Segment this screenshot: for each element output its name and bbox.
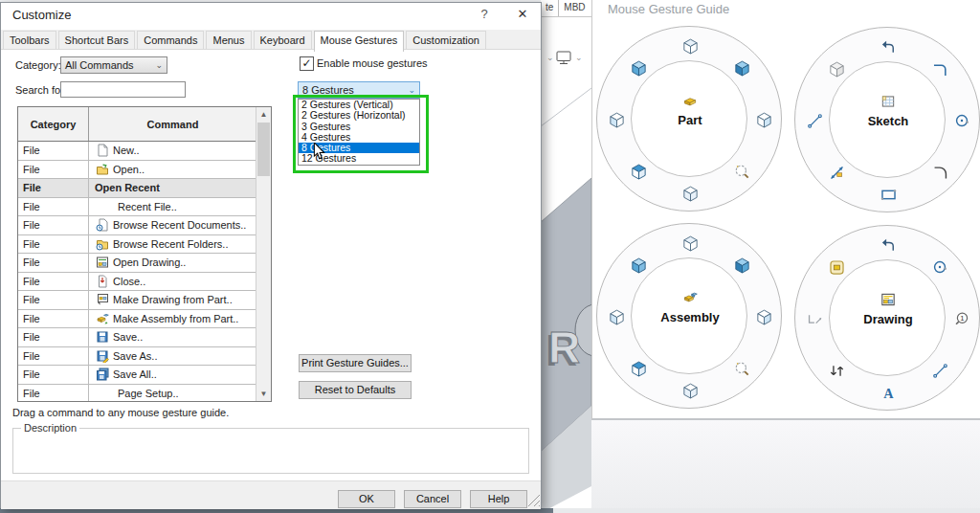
- cancel-button[interactable]: Cancel: [404, 490, 461, 508]
- part-icon: [597, 92, 783, 111]
- search-input[interactable]: [60, 81, 186, 98]
- gesture-icon-part-left[interactable]: [607, 110, 626, 129]
- gesture-icon-drawing-bottom-right[interactable]: [930, 361, 949, 380]
- table-row[interactable]: FileRecent File..: [18, 198, 271, 217]
- commandmanager-tabs[interactable]: te MBD: [541, 0, 591, 17]
- gesture-icon-drawing-top-left[interactable]: [827, 257, 846, 277]
- table-row[interactable]: FileMake Assembly from Part..: [18, 310, 271, 329]
- table-row[interactable]: FileMake Drawing from Part..: [18, 291, 271, 310]
- tab-toolbars[interactable]: Toolbars: [3, 31, 56, 49]
- row-category: File: [18, 198, 89, 216]
- tab-keyboard[interactable]: Keyboard: [254, 31, 312, 49]
- tab-commands[interactable]: Commands: [137, 31, 204, 49]
- row-category: File: [18, 161, 89, 179]
- table-row[interactable]: FileClose..: [18, 273, 271, 292]
- table-row[interactable]: FileSave All..: [18, 366, 271, 385]
- gesture-icon-drawing-top[interactable]: [879, 235, 898, 255]
- row-command-label: Open Drawing..: [113, 256, 186, 268]
- gesture-icon-drawing-bottom-left[interactable]: [827, 361, 846, 380]
- gesture-icon-sketch-bottom[interactable]: [879, 185, 898, 204]
- drag-hint-text: Drag a command to any mouse gesture guid…: [12, 407, 229, 418]
- gesture-icon-drawing-left[interactable]: [805, 309, 824, 328]
- tab-mbd[interactable]: MBD: [558, 0, 590, 16]
- close-icon[interactable]: ✕: [513, 7, 532, 24]
- help-icon[interactable]: ?: [476, 7, 493, 24]
- row-command-label: Save All..: [113, 368, 157, 380]
- gesture-icon-assembly-right[interactable]: [754, 307, 773, 326]
- row-command: Open..: [89, 161, 256, 179]
- gesture-icon-assembly-top-right[interactable]: [732, 256, 751, 275]
- command-table: Category Command FileNew..FileOpen..File…: [17, 106, 272, 402]
- gesture-option[interactable]: 12 Gestures: [299, 153, 419, 164]
- table-row[interactable]: FileBrowse Recent Folders..: [18, 235, 271, 255]
- gesture-icon-sketch-right[interactable]: [952, 111, 971, 130]
- gesture-icon-part-top[interactable]: [680, 36, 700, 56]
- table-row[interactable]: FileSave..: [18, 328, 271, 347]
- tab-menus[interactable]: Menus: [206, 31, 251, 49]
- table-row[interactable]: FileSave As..: [18, 347, 271, 367]
- display-style-icon[interactable]: ⌄ ⌄: [546, 50, 584, 71]
- dialog-titlebar[interactable]: Customize ? ✕: [1, 3, 541, 28]
- gesture-icon-part-bottom[interactable]: [680, 184, 700, 203]
- gesture-icon-sketch-top-right[interactable]: [930, 59, 949, 78]
- row-category: File: [18, 254, 89, 272]
- table-row[interactable]: FileOpen Drawing..: [18, 254, 271, 273]
- gesture-option[interactable]: 2 Gestures (Horizontal): [299, 110, 419, 121]
- gesture-icon-drawing-right[interactable]: 1: [952, 309, 971, 328]
- gesture-icon-sketch-top[interactable]: [879, 37, 898, 56]
- column-header-command[interactable]: Command: [89, 107, 256, 141]
- mouse-gesture-guide-panel: Mouse Gesture Guide PartSketchAssemblyDr…: [591, 0, 980, 420]
- row-command-label: Browse Recent Documents..: [113, 219, 246, 231]
- gesture-icon-assembly-top-left[interactable]: [629, 256, 648, 275]
- svg-text:A: A: [883, 385, 894, 400]
- description-box: Description: [12, 428, 529, 474]
- tab-customization[interactable]: Customization: [406, 31, 486, 49]
- gesture-icon-part-top-left[interactable]: [629, 58, 648, 78]
- chevron-down-icon: ⌄: [408, 85, 415, 95]
- tab-shortcut-bars[interactable]: Shortcut Bars: [58, 31, 136, 49]
- tab-partial[interactable]: te: [541, 0, 558, 16]
- gesture-icon-drawing-top-right[interactable]: [930, 257, 949, 277]
- scroll-down-icon[interactable]: ▼: [256, 387, 271, 401]
- reset-to-defaults-button[interactable]: Reset to Defaults: [299, 381, 412, 399]
- gesture-icon-sketch-bottom-left[interactable]: [827, 163, 846, 182]
- gesture-icon-part-top-right[interactable]: [732, 58, 751, 78]
- gesture-icon-assembly-bottom-left[interactable]: [629, 359, 648, 378]
- column-header-category[interactable]: Category: [18, 107, 89, 141]
- gesture-icon-drawing-bottom[interactable]: A: [879, 383, 898, 402]
- gesture-icon-part-bottom-left[interactable]: [629, 162, 648, 181]
- gesture-icon-assembly-bottom[interactable]: [680, 381, 700, 400]
- row-category: File: [18, 347, 89, 366]
- row-command: Open Recent: [89, 179, 256, 197]
- table-row[interactable]: FileOpen..: [18, 161, 271, 180]
- category-value: All Commands: [65, 59, 134, 71]
- gesture-icon-assembly-left[interactable]: [607, 307, 626, 326]
- gesture-icon-sketch-top-left[interactable]: [827, 59, 846, 78]
- table-row[interactable]: FileNew..: [18, 142, 271, 161]
- table-row[interactable]: FileBrowse Recent Documents..: [18, 216, 271, 235]
- enable-mouse-gestures-checkbox[interactable]: ✓: [300, 56, 314, 71]
- row-command-label: Close..: [113, 276, 145, 287]
- table-row[interactable]: FileOpen Recent: [18, 179, 271, 198]
- table-scrollbar[interactable]: ▲ ▼: [256, 107, 271, 401]
- enable-mouse-gestures-label[interactable]: Enable mouse gestures: [317, 57, 428, 69]
- gesture-icon-part-bottom-right[interactable]: [732, 162, 751, 181]
- gesture-icon-assembly-bottom-right[interactable]: [732, 359, 751, 378]
- category-dropdown[interactable]: All Commands ⌄: [60, 56, 167, 74]
- gesture-icon-part-right[interactable]: [754, 110, 773, 129]
- print-gesture-guides-button[interactable]: Print Gesture Guides...: [299, 354, 412, 372]
- tab-mouse-gestures[interactable]: Mouse Gestures: [314, 31, 405, 52]
- gesture-icon-sketch-left[interactable]: [805, 111, 824, 130]
- gesture-icon-sketch-bottom-right[interactable]: [930, 163, 949, 182]
- ok-button[interactable]: OK: [338, 490, 395, 508]
- gesture-icon-assembly-top[interactable]: [680, 234, 700, 253]
- row-command: New..: [89, 142, 256, 160]
- scrollbar-thumb[interactable]: [257, 123, 270, 176]
- scroll-up-icon[interactable]: ▲: [256, 107, 271, 122]
- table-row[interactable]: FilePage Setup..: [18, 385, 271, 403]
- 3d-model-viewport: R R: [541, 0, 591, 513]
- help-button[interactable]: Help: [470, 490, 527, 508]
- gesture-count-dropdown[interactable]: 8 Gestures ⌄: [298, 81, 420, 99]
- icon-new: [95, 144, 109, 158]
- row-command: Page Setup..: [89, 385, 256, 403]
